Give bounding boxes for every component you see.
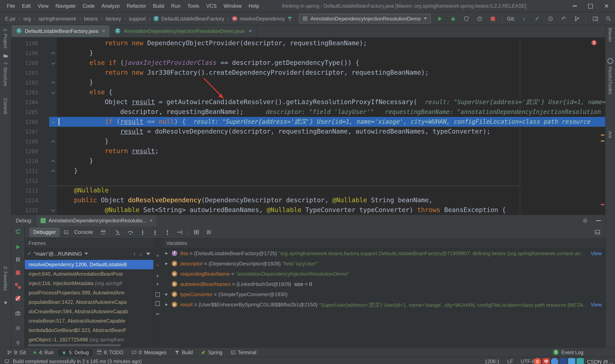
remove-watch-icon[interactable]: −: [156, 262, 159, 268]
view-link[interactable]: View: [586, 248, 602, 259]
tool-window-button-messages[interactable]: 0: Messages: [128, 349, 170, 356]
tab-defaultlistablebeanfactory[interactable]: C DefaultListableBeanFactory.java ×: [12, 25, 110, 37]
prev-frame-icon[interactable]: ↑: [133, 251, 136, 257]
line-number[interactable]: 1200: [12, 58, 38, 68]
gear-icon[interactable]: [581, 216, 589, 225]
code-line-1209[interactable]: 1209return result;: [12, 146, 605, 156]
variable-row-descriptor[interactable]: ▶pdescriptor = {DependencyDescriptor@192…: [162, 259, 605, 269]
breadcrumb-item-resolvedependency[interactable]: mresolveDependency: [231, 15, 286, 22]
folder-icon[interactable]: [3, 53, 8, 59]
expand-arrow-icon[interactable]: ▶: [165, 252, 171, 255]
variable-row-result[interactable]: ▶presult = {User$$EnhancerBySpringCGLIB$…: [162, 299, 605, 310]
line-number[interactable]: 1198: [12, 39, 38, 48]
event-log-button[interactable]: 1 Event Log: [553, 350, 583, 355]
scroll-down-icon[interactable]: ▼: [156, 283, 159, 286]
breadcrumb-item-org[interactable]: org: [22, 15, 32, 22]
line-number[interactable]: 1210: [12, 156, 38, 166]
code-line-1210[interactable]: 1210}: [12, 156, 605, 166]
view-link[interactable]: View: [586, 299, 602, 310]
force-step-into-icon[interactable]: [151, 228, 159, 236]
line-number[interactable]: 1202: [12, 78, 38, 88]
stop-icon[interactable]: [14, 268, 22, 276]
show-execution-point-icon[interactable]: [114, 228, 122, 236]
sidebar-item-commit[interactable]: Commit: [3, 98, 8, 115]
line-number[interactable]: 1203: [12, 88, 38, 97]
fold-marker-icon[interactable]: [50, 166, 56, 173]
expand-arrow-icon[interactable]: ▶: [165, 293, 171, 296]
breadcrumb-item-springframework[interactable]: springframework: [38, 15, 77, 22]
close-icon[interactable]: ×: [249, 28, 252, 34]
expand-arrow-icon[interactable]: ▶: [165, 303, 171, 307]
warning-stripe-mark[interactable]: [601, 140, 604, 142]
tool-window-button-run[interactable]: 4: Run: [30, 349, 57, 356]
menu-view[interactable]: View: [34, 1, 52, 11]
code-line-1213[interactable]: 1213@Nullable: [12, 186, 605, 195]
git-history-icon[interactable]: [546, 14, 555, 23]
scroll-up-icon[interactable]: ▲: [156, 273, 159, 277]
menu-analyze[interactable]: Analyze: [98, 1, 123, 11]
fold-marker-icon[interactable]: [50, 58, 56, 64]
tab-debugger[interactable]: Debugger: [29, 227, 60, 237]
resume-icon[interactable]: [14, 243, 22, 251]
git-rollback-icon[interactable]: ↶: [560, 14, 568, 23]
copy-stack-icon[interactable]: [155, 292, 160, 297]
layout-icon[interactable]: [591, 14, 600, 23]
fold-marker-icon[interactable]: [50, 117, 56, 123]
code-line-1200[interactable]: 1200else if (javaxInjectProviderClass ==…: [12, 58, 605, 68]
frame-row[interactable]: postProcessProperties:399, AutowiredAnn: [24, 288, 153, 298]
menu-tools[interactable]: Tools: [184, 1, 203, 11]
view-as-table-icon[interactable]: [192, 228, 201, 236]
line-number[interactable]: 1209: [12, 146, 38, 156]
view-breakpoints-icon[interactable]: [14, 282, 22, 290]
fold-marker-icon[interactable]: [50, 137, 56, 144]
caret-position[interactable]: 1206:1: [485, 359, 500, 364]
debug-session-tab[interactable]: AnnotationDependencyInjectionResolutio..…: [37, 215, 156, 226]
git-branch-icon[interactable]: [573, 14, 581, 23]
maximize-icon[interactable]: [588, 4, 593, 8]
code-line-1206[interactable]: 1206if (result == null) {result: "SuperU…: [12, 117, 605, 127]
sidebar-item-restfultoolkit[interactable]: RestfulToolkit: [608, 66, 613, 94]
star-icon[interactable]: ★: [3, 299, 8, 305]
line-number[interactable]: 1208: [12, 137, 38, 146]
menu-help[interactable]: Help: [245, 1, 262, 11]
menu-navigate[interactable]: Navigate: [52, 1, 79, 11]
frame-row[interactable]: resolveDependency:1206, DefaultListableB: [24, 260, 153, 269]
code-line-1201[interactable]: 1201return new Jsr330Factory().createDep…: [12, 68, 605, 78]
breadcrumb-item-support[interactable]: support: [128, 15, 147, 22]
evaluate-loop-icon[interactable]: ∞: [156, 311, 159, 316]
profiler-button[interactable]: [475, 14, 484, 23]
menu-run[interactable]: Run: [168, 1, 184, 11]
debug-button[interactable]: [449, 14, 457, 23]
filter-funnel-icon[interactable]: [146, 253, 150, 255]
code-line-1198[interactable]: 1198return new DependencyObjectProvider(…: [12, 39, 605, 48]
tool-window-button-debug[interactable]: 5: Debug: [58, 349, 92, 356]
code-line-1214[interactable]: 1214public Object doResolveDependency(De…: [12, 195, 605, 205]
fold-marker-icon[interactable]: [50, 88, 56, 93]
thread-selector[interactable]: ✓ "main"@...RUNNING ↑ ↓: [24, 248, 153, 260]
debugger-settings-gear-icon[interactable]: [14, 324, 22, 332]
breadcrumb-item-defaultlistablebeanfactory[interactable]: CDefaultListableBeanFactory: [153, 15, 225, 22]
line-number[interactable]: 1215: [12, 205, 38, 215]
variable-row-requestingBeanName[interactable]: prequestingBeanName = "annotationDepende…: [162, 269, 605, 279]
line-number[interactable]: 1214: [12, 195, 38, 205]
line-separator[interactable]: LF: [507, 359, 513, 364]
inspections-error-badge[interactable]: 1: [591, 40, 597, 45]
code-line-1199[interactable]: 1199}: [12, 48, 605, 58]
sidebar-item-structure[interactable]: 7: Structure: [3, 62, 8, 86]
run-to-cursor-icon[interactable]: [175, 228, 184, 236]
horizontal-scrollbar[interactable]: [28, 344, 147, 347]
sidebar-item-ant[interactable]: Ant: [608, 131, 613, 138]
mute-breakpoints-icon[interactable]: [14, 294, 22, 302]
restfultoolkit-icon[interactable]: [607, 58, 613, 64]
menu-refactor[interactable]: Refactor: [123, 1, 149, 11]
build-hammer-icon[interactable]: [286, 14, 294, 23]
next-frame-icon[interactable]: ↓: [140, 251, 142, 257]
sidebar-item-project[interactable]: 1: Project: [3, 29, 8, 48]
warning-stripe-mark[interactable]: [601, 134, 604, 136]
menu-edit[interactable]: Edit: [19, 1, 34, 11]
code-line-1202[interactable]: 1202}: [12, 78, 605, 88]
step-over-icon[interactable]: [126, 228, 134, 236]
code-line-1212[interactable]: 1212: [12, 176, 605, 186]
git-commit-icon[interactable]: ✓: [533, 14, 542, 23]
code-line-1205[interactable]: 1205descriptor, requestingBeanName);desc…: [12, 107, 605, 117]
